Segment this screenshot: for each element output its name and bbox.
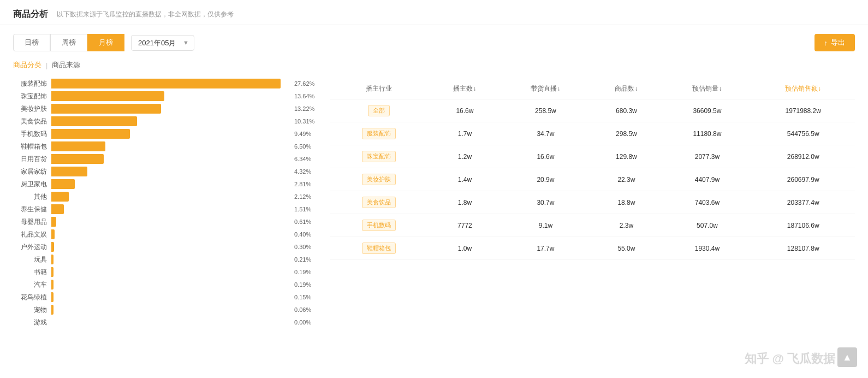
bar-fill [51, 154, 104, 164]
table-header-cell[interactable]: 播主行业 [330, 79, 428, 99]
bar-value: 0.15% [294, 294, 319, 300]
data-cell: 1.8w [428, 191, 501, 214]
bar-fill [51, 204, 64, 214]
bar-row: 家居家纺4.32% [13, 167, 319, 176]
data-cell: 17.7w [502, 237, 590, 260]
category-tag: 珠宝配饰 [362, 151, 396, 162]
table-section: 播主行业播主数↓带货直播↓商品数↓预估销量↓预估销售额↓ 全部16.6w258.… [330, 79, 855, 330]
category-cell: 珠宝配饰 [330, 145, 428, 168]
bar-fill [51, 129, 130, 139]
bar-label: 宠物 [13, 305, 51, 315]
bar-row: 手机数码9.49% [13, 129, 319, 139]
data-cell: 1.7w [428, 122, 501, 145]
export-button[interactable]: ↑ 导出 [815, 34, 855, 51]
bar-label: 手机数码 [13, 129, 51, 139]
page-title: 商品分析 [13, 9, 48, 20]
bar-track [51, 255, 291, 264]
bar-label: 户外运动 [13, 243, 51, 252]
data-cell: 680.3w [590, 99, 663, 122]
data-cell: 9.1w [502, 214, 590, 237]
bar-fill [51, 267, 53, 277]
bar-track [51, 280, 291, 290]
table-header-cell[interactable]: 预估销售额↓ [751, 79, 855, 99]
bar-fill [51, 104, 161, 114]
data-cell: 129.8w [590, 145, 663, 168]
bar-label: 服装配饰 [13, 79, 51, 88]
date-select[interactable]: 2021年05月 2021年04月 2021年03月 [131, 35, 194, 51]
category-cell: 美食饮品 [330, 191, 428, 214]
bar-value: 1.51% [294, 206, 319, 212]
bar-row: 鞋帽箱包6.50% [13, 141, 319, 151]
export-icon: ↑ [824, 39, 828, 47]
table-row: 美食饮品1.8w30.7w18.8w7403.6w203377.4w [330, 191, 855, 214]
bar-fill [51, 255, 53, 264]
tab-monthly[interactable]: 月榜 [87, 34, 124, 51]
table-header-cell[interactable]: 带货直播↓ [502, 79, 590, 99]
table-row: 美妆护肤1.4w20.9w22.3w4407.9w260697.9w [330, 168, 855, 191]
bar-value: 10.31% [294, 118, 319, 125]
tab-group: 日榜 周榜 月榜 [13, 34, 124, 51]
tab-weekly[interactable]: 周榜 [50, 34, 87, 51]
bar-value: 0.19% [294, 269, 319, 275]
bar-fill [51, 91, 164, 101]
bar-value: 0.30% [294, 244, 319, 250]
data-cell: 55.0w [590, 237, 663, 260]
bar-row: 美妆护肤13.22% [13, 104, 319, 114]
bar-track [51, 267, 291, 277]
category-tag: 服装配饰 [362, 128, 396, 139]
bar-track [51, 141, 291, 151]
bar-value: 27.62% [294, 80, 319, 87]
data-cell: 1.0w [428, 237, 501, 260]
data-cell: 544756.5w [751, 122, 855, 145]
bar-track [51, 242, 291, 252]
nav-product-category[interactable]: 商品分类 [13, 60, 41, 70]
data-cell: 34.7w [502, 122, 590, 145]
bar-row: 户外运动0.30% [13, 242, 319, 252]
table-row: 服装配饰1.7w34.7w298.5w11180.8w544756.5w [330, 122, 855, 145]
table-row: 手机数码77729.1w2.3w507.0w187106.6w [330, 214, 855, 237]
bar-value: 13.22% [294, 105, 319, 112]
bar-track [51, 305, 291, 315]
bar-fill [51, 116, 137, 126]
bar-row: 养生保健1.51% [13, 204, 319, 214]
table-header-cell[interactable]: 商品数↓ [590, 79, 663, 99]
category-tag: 美食饮品 [362, 197, 396, 208]
tab-daily[interactable]: 日榜 [13, 34, 50, 51]
bar-row: 厨卫家电2.81% [13, 179, 319, 189]
bar-row: 珠宝配饰13.64% [13, 91, 319, 101]
bar-fill [51, 167, 87, 176]
bar-label: 养生保健 [13, 205, 51, 214]
bar-label: 书籍 [13, 268, 51, 277]
bar-track [51, 91, 291, 101]
table-row: 鞋帽箱包1.0w17.7w55.0w1930.4w128107.8w [330, 237, 855, 260]
category-tag: 全部 [368, 105, 390, 116]
bar-track [51, 129, 291, 139]
bar-label: 其他 [13, 192, 51, 202]
bar-fill [51, 217, 56, 227]
data-cell: 507.0w [663, 214, 752, 237]
nav-divider: | [46, 61, 47, 69]
bar-row: 花鸟绿植0.15% [13, 292, 319, 302]
data-cell: 36609.5w [663, 99, 752, 122]
bar-fill [51, 79, 281, 88]
bar-row: 书籍0.19% [13, 267, 319, 277]
data-cell: 1971988.2w [751, 99, 855, 122]
category-cell: 全部 [330, 99, 428, 122]
bar-value: 4.32% [294, 168, 319, 175]
data-cell: 4407.9w [663, 168, 752, 191]
category-tag: 美妆护肤 [362, 174, 396, 185]
data-cell: 20.9w [502, 168, 590, 191]
bar-row: 礼品文娱0.40% [13, 229, 319, 239]
table-header-cell[interactable]: 播主数↓ [428, 79, 501, 99]
table-header-cell[interactable]: 预估销量↓ [663, 79, 752, 99]
bar-track [51, 204, 291, 214]
nav-product-source[interactable]: 商品来源 [52, 60, 80, 70]
date-select-wrapper: 2021年05月 2021年04月 2021年03月 ▼ [131, 35, 194, 51]
data-cell: 260697.9w [751, 168, 855, 191]
bar-row: 游戏0.00% [13, 317, 319, 327]
page-header: 商品分析 以下数据来源于飞瓜监控的直播数据，非全网数据，仅供参考 [0, 0, 868, 25]
bar-value: 2.81% [294, 181, 319, 187]
bar-fill [51, 229, 55, 239]
data-cell: 7403.6w [663, 191, 752, 214]
data-cell: 30.7w [502, 191, 590, 214]
